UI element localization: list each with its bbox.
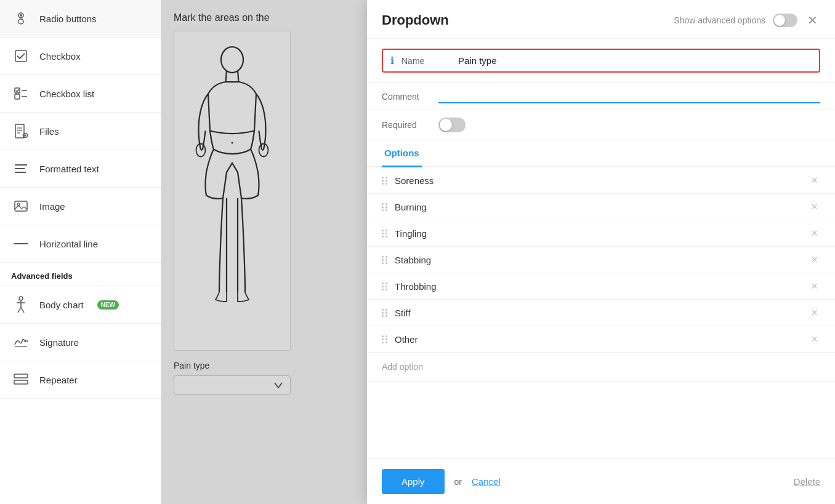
comment-label: Comment bbox=[382, 92, 431, 102]
name-input[interactable] bbox=[458, 55, 812, 66]
sidebar-item-checkbox[interactable]: Checkbox bbox=[0, 38, 161, 75]
drag-handle-icon[interactable] bbox=[382, 256, 387, 264]
advanced-options-label: Show advanced options bbox=[674, 15, 765, 25]
option-remove-button[interactable]: × bbox=[809, 334, 820, 345]
svg-point-27 bbox=[26, 340, 28, 342]
signature-icon bbox=[11, 332, 31, 352]
apply-button[interactable]: Apply bbox=[382, 469, 445, 494]
sidebar-item-horizontal-line[interactable]: Horizontal line bbox=[0, 225, 161, 263]
body-chart-badge: NEW bbox=[97, 300, 119, 310]
svg-rect-5 bbox=[15, 94, 20, 99]
comment-input[interactable] bbox=[438, 89, 820, 103]
tabs-row: Options bbox=[367, 140, 835, 167]
repeater-icon bbox=[11, 370, 31, 390]
sidebar-item-label-checkbox-list: Checkbox list bbox=[39, 89, 94, 99]
list-item: Throbbing × bbox=[367, 273, 835, 300]
sidebar-item-label-body-chart: Body chart bbox=[39, 300, 84, 310]
cancel-button[interactable]: Cancel bbox=[472, 476, 501, 487]
sidebar-item-checkbox-list[interactable]: Checkbox list bbox=[0, 75, 161, 113]
svg-rect-4 bbox=[15, 88, 20, 93]
svg-rect-29 bbox=[14, 380, 28, 384]
option-remove-button[interactable]: × bbox=[809, 307, 820, 318]
svg-line-24 bbox=[18, 307, 21, 313]
close-button[interactable]: ✕ bbox=[805, 13, 820, 28]
option-text: Soreness bbox=[395, 175, 801, 186]
option-text: Stabbing bbox=[395, 255, 801, 265]
drag-handle-icon[interactable] bbox=[382, 309, 387, 317]
sidebar-item-label-radio-buttons: Radio buttons bbox=[39, 14, 97, 24]
image-icon bbox=[11, 196, 31, 216]
sidebar: Radio buttons Checkbox Checkbox list bbox=[0, 0, 161, 504]
sidebar-item-label-repeater: Repeater bbox=[39, 375, 78, 385]
sidebar-item-label-horizontal-line: Horizontal line bbox=[39, 239, 98, 249]
modal-body: ℹ Name Comment Required Opti bbox=[367, 39, 835, 458]
sidebar-item-files[interactable]: Files bbox=[0, 113, 161, 150]
sidebar-item-image[interactable]: Image bbox=[0, 188, 161, 225]
option-text: Other bbox=[395, 334, 801, 345]
checkbox-list-icon bbox=[11, 84, 31, 103]
sidebar-item-label-formatted-text: Formatted text bbox=[39, 164, 99, 174]
svg-rect-3 bbox=[15, 50, 26, 62]
modal-footer: Apply or Cancel Delete bbox=[367, 458, 835, 504]
sidebar-item-label-signature: Signature bbox=[39, 337, 79, 348]
modal-panel: Dropdown Show advanced options ✕ ℹ Name bbox=[367, 0, 835, 504]
sidebar-item-body-chart[interactable]: Body chart NEW bbox=[0, 286, 161, 324]
list-item: Soreness × bbox=[367, 167, 835, 194]
sidebar-item-label-image: Image bbox=[39, 201, 65, 212]
info-icon: ℹ bbox=[390, 55, 394, 66]
add-option-button[interactable]: Add option bbox=[382, 362, 423, 372]
option-text: Burning bbox=[395, 202, 801, 212]
modal-header-right: Show advanced options ✕ bbox=[674, 13, 820, 28]
advanced-fields-header: Advanced fields bbox=[0, 263, 161, 286]
horizontal-line-icon bbox=[11, 234, 31, 254]
body-chart-icon bbox=[11, 295, 31, 314]
modal-title: Dropdown bbox=[382, 12, 449, 28]
option-remove-button[interactable]: × bbox=[809, 281, 820, 292]
delete-button[interactable]: Delete bbox=[794, 476, 820, 487]
option-text: Stiff bbox=[395, 308, 801, 318]
list-item: Burning × bbox=[367, 194, 835, 220]
tab-options[interactable]: Options bbox=[382, 140, 422, 167]
drag-handle-icon[interactable] bbox=[382, 203, 387, 211]
name-field-box: ℹ Name bbox=[382, 49, 820, 73]
svg-rect-28 bbox=[14, 374, 28, 378]
required-row: Required bbox=[367, 110, 835, 140]
sidebar-item-radio-buttons[interactable]: Radio buttons bbox=[0, 0, 161, 38]
formatted-text-icon bbox=[11, 159, 31, 178]
list-item: Stabbing × bbox=[367, 247, 835, 273]
sidebar-item-formatted-text[interactable]: Formatted text bbox=[0, 150, 161, 188]
options-list: Soreness × Burning × bbox=[367, 167, 835, 353]
list-item: Stiff × bbox=[367, 300, 835, 326]
required-toggle[interactable] bbox=[438, 118, 466, 132]
radio-icon bbox=[11, 9, 31, 28]
sidebar-item-repeater[interactable]: Repeater bbox=[0, 361, 161, 399]
list-item: Other × bbox=[367, 326, 835, 353]
sidebar-item-signature[interactable]: Signature bbox=[0, 324, 161, 361]
svg-point-21 bbox=[19, 297, 23, 300]
modal-header: Dropdown Show advanced options ✕ bbox=[367, 0, 835, 39]
name-field-row: ℹ Name bbox=[367, 39, 835, 83]
list-item: Tingling × bbox=[367, 220, 835, 247]
checkbox-icon bbox=[11, 46, 31, 66]
drag-handle-icon[interactable] bbox=[382, 282, 387, 290]
option-text: Tingling bbox=[395, 228, 801, 239]
option-text: Throbbing bbox=[395, 281, 801, 292]
drag-handle-icon[interactable] bbox=[382, 230, 387, 238]
svg-rect-18 bbox=[15, 201, 27, 211]
sidebar-item-label-checkbox: Checkbox bbox=[39, 51, 81, 62]
main-content: Mark the areas on the bbox=[161, 0, 835, 504]
option-remove-button[interactable]: × bbox=[809, 254, 820, 265]
option-remove-button[interactable]: × bbox=[809, 175, 820, 186]
option-remove-button[interactable]: × bbox=[809, 201, 820, 212]
drag-handle-icon[interactable] bbox=[382, 335, 387, 343]
or-label: or bbox=[454, 477, 462, 487]
option-remove-button[interactable]: × bbox=[809, 228, 820, 239]
advanced-options-toggle[interactable] bbox=[773, 14, 797, 27]
svg-line-25 bbox=[21, 307, 24, 313]
files-icon bbox=[11, 121, 31, 141]
drag-handle-icon[interactable] bbox=[382, 177, 387, 185]
required-label: Required bbox=[382, 120, 431, 130]
svg-point-1 bbox=[20, 14, 22, 17]
add-option-row: Add option bbox=[367, 353, 835, 382]
modal-overlay: Dropdown Show advanced options ✕ ℹ Name bbox=[161, 0, 835, 504]
